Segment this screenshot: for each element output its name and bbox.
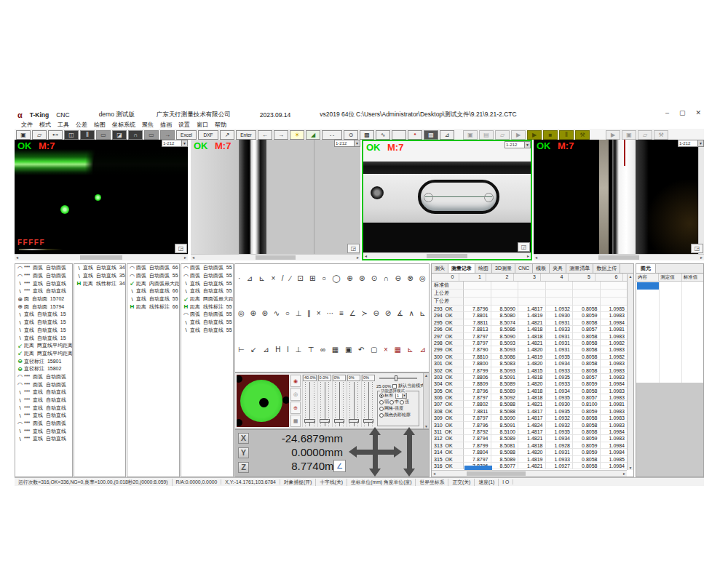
radio-color[interactable]: [379, 413, 384, 418]
menu-item[interactable]: 窗口: [197, 121, 208, 129]
z-axis-icon[interactable]: Z: [238, 462, 249, 473]
camera-hscrollbar[interactable]: ◂▸: [534, 254, 704, 260]
measure-tool-icon[interactable]: ×: [384, 346, 388, 354]
list-item[interactable]: *** 直线 自动直线: [15, 279, 72, 287]
camera-hscrollbar[interactable]: ◂▸: [191, 254, 360, 260]
camera-view-4[interactable]: OK M:7 1-212 ▼ ◂▸ ◲: [534, 140, 704, 260]
status-item[interactable]: 正交(关): [448, 479, 475, 486]
toolbar-button[interactable]: ▱: [32, 130, 47, 140]
list-item[interactable]: 直线 自动直线 15: [15, 319, 72, 327]
list-item[interactable]: 直线 自动直线 15: [15, 334, 72, 342]
toolbar-button[interactable]: →: [274, 130, 288, 140]
table-row[interactable]: 296 OK7.8813 8.50861.4818 1.09330.8057 1…: [432, 326, 633, 332]
measure-tool-icon[interactable]: ⊖: [373, 309, 379, 317]
measure-tool-icon[interactable]: ⊥: [296, 309, 302, 317]
measure-tool-icon[interactable]: /: [282, 274, 284, 282]
table-tab[interactable]: 夹具: [550, 264, 566, 273]
toolbar-button[interactable]: ▩: [424, 130, 438, 140]
table-row[interactable]: 313 OK7.8799 8.50811.4818 1.09280.8059 1…: [432, 442, 633, 449]
toolbar-button[interactable]: ☀: [290, 130, 304, 140]
menu-item[interactable]: 公差: [76, 121, 87, 129]
slider-thumb[interactable]: [304, 419, 315, 423]
table-row[interactable]: 302 OK7.8799 8.50931.4815 1.09330.8058 1…: [432, 367, 633, 374]
toolbar-button[interactable]: [392, 130, 406, 140]
list-item[interactable]: *** 直线 自动直线: [15, 388, 72, 396]
measure-tool-icon[interactable]: ⊿: [263, 346, 269, 354]
list-item[interactable]: 直线 自动直线 15: [15, 327, 72, 335]
measure-tool-icon[interactable]: ▣: [345, 346, 352, 354]
ring-light-preview[interactable]: [237, 375, 289, 427]
measure-tool-icon[interactable]: ⊿: [247, 274, 253, 282]
close-button[interactable]: ✕: [695, 109, 701, 116]
maximize-button[interactable]: ▢: [679, 109, 686, 116]
menu-item[interactable]: 绘图: [94, 121, 106, 129]
toolbar-button[interactable]: ◫: [64, 130, 79, 140]
table-row[interactable]: 293 OK7.8796 8.50901.4817 1.09320.8058 1…: [432, 306, 633, 312]
table-vscrollbar[interactable]: ▲▼: [627, 274, 633, 470]
menu-item[interactable]: 模式: [39, 121, 51, 129]
toolbar-button[interactable]: ▱: [638, 130, 652, 140]
measure-tool-icon[interactable]: ⊾: [420, 309, 426, 317]
measure-tool-icon[interactable]: ∠: [349, 309, 356, 317]
list-item[interactable]: 距离 两圆弧最大距离: [181, 295, 233, 303]
toolbar-button[interactable]: ⚒: [575, 130, 590, 140]
measure-tool-icon[interactable]: ⊛: [359, 274, 365, 282]
list-item[interactable]: *** 直线 自动直线: [15, 435, 72, 443]
toolbar-button[interactable]: ↗: [220, 130, 234, 140]
camera-view-3-selected[interactable]: OK M:7 1-212 ▼ ◂▸ ◲: [362, 140, 532, 260]
toolbar-button[interactable]: ⊿: [440, 130, 454, 140]
light-slider[interactable]: 0%: [347, 375, 360, 427]
list-item[interactable]: 直径标注 15801: [15, 357, 72, 365]
list-item[interactable]: 圆 自动圆 15702: [15, 295, 72, 303]
measure-tool-icon[interactable]: ≡: [339, 309, 344, 317]
measure-tool-icon[interactable]: ⊡: [297, 274, 303, 282]
table-tab[interactable]: 测量记录: [448, 264, 475, 273]
measure-tool-icon[interactable]: ◯: [332, 274, 340, 282]
table-row[interactable]: 299 OK7.8790 8.50931.4820 1.09310.8058 1…: [432, 346, 633, 353]
table-hscrollbar[interactable]: ◂▸: [432, 470, 627, 477]
light-slider[interactable]: 0%: [361, 375, 375, 427]
fit-view-icon[interactable]: ◲: [691, 244, 703, 253]
slider-thumb[interactable]: [363, 419, 373, 423]
table-tab[interactable]: 模板: [533, 264, 550, 273]
toolbar-button[interactable]: →: [160, 130, 175, 140]
table-row[interactable]: 297 OK7.8797 8.50901.4818 1.09310.8058 1…: [432, 333, 633, 340]
camera-hscrollbar[interactable]: ◂▸: [363, 252, 531, 259]
measure-tool-icon[interactable]: ∡: [397, 309, 403, 317]
toolbar-button[interactable]: ▭: [96, 130, 111, 140]
measure-tool-icon[interactable]: ○: [285, 309, 290, 317]
list-item[interactable]: *** 直线 自动直线: [15, 412, 72, 420]
measure-tool-icon[interactable]: ·: [238, 274, 240, 282]
toolbar-button[interactable]: ▭: [144, 130, 159, 140]
toolbar-button[interactable]: Enter: [236, 130, 256, 140]
menu-item[interactable]: 文件: [21, 121, 33, 129]
measure-tool-icon[interactable]: ⋯: [326, 309, 333, 317]
x-axis-icon[interactable]: X: [238, 433, 249, 444]
chevron-down-icon[interactable]: ▼: [697, 140, 703, 146]
fit-view-icon[interactable]: ◲: [518, 242, 530, 252]
zoom-slider[interactable]: [379, 378, 417, 379]
measure-tool-icon[interactable]: ▢: [371, 346, 377, 354]
measure-tool-icon[interactable]: ↶: [358, 346, 364, 354]
slider-thumb[interactable]: [334, 419, 344, 423]
camera-range-combo[interactable]: 1-212 ▼: [678, 140, 704, 147]
light-slider[interactable]: 0%: [332, 375, 346, 427]
measure-tool-icon[interactable]: ⊥: [295, 346, 301, 354]
table-tab[interactable]: 测头: [432, 264, 448, 273]
table-tab[interactable]: 数据上传: [593, 264, 620, 273]
table-row[interactable]: 312 OK7.8794 8.50891.4821 1.09340.8059 1…: [432, 435, 633, 442]
radio-standard[interactable]: [379, 394, 384, 398]
list-item[interactable]: 圆弧 自动圆弧 55: [181, 264, 233, 272]
status-item[interactable]: 世界坐标系: [416, 479, 448, 486]
table-row[interactable]: 315 OK7.8797 8.50891.4819 1.09330.8058 1…: [432, 456, 633, 463]
measure-tool-icon[interactable]: ↙: [250, 346, 256, 354]
measure-tool-icon[interactable]: ≻: [361, 309, 367, 317]
list-item[interactable]: *** 直线 自动直线: [15, 404, 72, 412]
measure-tool-icon[interactable]: H: [275, 346, 280, 354]
table-row[interactable]: 301 OK7.8800 8.50831.4820 1.09340.8058 1…: [432, 360, 633, 367]
jog-left-icon[interactable]: [349, 446, 357, 458]
list-item[interactable]: 直线 自动直线 55: [181, 327, 233, 335]
chevron-down-icon[interactable]: ▼: [524, 142, 530, 148]
measure-tool-icon[interactable]: ∧: [408, 309, 414, 317]
measure-tool-icon[interactable]: ⊢: [238, 346, 245, 354]
